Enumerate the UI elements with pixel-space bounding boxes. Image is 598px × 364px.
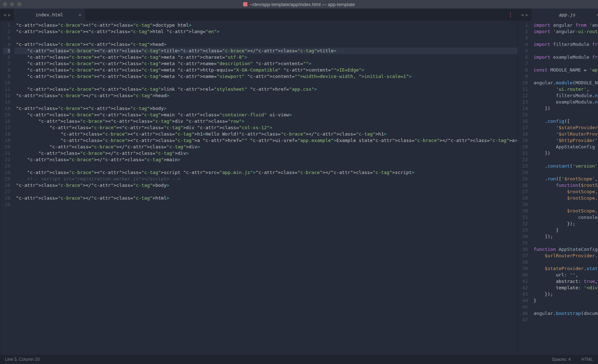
code-line[interactable]: "c-attr">class="c-brace"></"c-attr">clas… xyxy=(15,157,518,163)
code-line[interactable]: "c-attr">class="c-brace"><"c-attr">class… xyxy=(15,86,518,93)
code-line[interactable] xyxy=(532,240,598,246)
code-line[interactable]: template: '<div ui-view></div>' xyxy=(532,285,598,291)
nav-forward-icon[interactable]: ▶ xyxy=(8,12,11,17)
code-line[interactable] xyxy=(532,317,598,323)
code-line[interactable]: function($rootScope, $state, $stateParam… xyxy=(532,182,598,189)
status-spaces[interactable]: Spaces: 4 xyxy=(552,357,571,362)
status-cursor[interactable]: Line 5, Column 20 xyxy=(5,357,40,362)
editor-pane-1: ◀ ▶ index.html × ⋮ 123456789101112131415… xyxy=(0,9,518,355)
code-line[interactable]: "c-attr">class="c-brace"><"c-attr">class… xyxy=(15,60,518,67)
code-line[interactable]: .constant('version', require('../package… xyxy=(532,163,598,169)
code-line[interactable]: "c-attr">class="c-brace"><"c-attr">class… xyxy=(15,118,518,125)
code-line[interactable]: function AppStateConfig($stateProvider, … xyxy=(532,246,598,253)
code-line[interactable]: '$urlRouterProvider', xyxy=(532,131,598,137)
code-line[interactable]: console.log('failed to change routes', a… xyxy=(532,214,598,221)
status-language[interactable]: HTML xyxy=(581,357,593,362)
code-line[interactable] xyxy=(15,80,518,86)
code-line[interactable]: "c-attr">class="c-brace"></"c-attr">clas… xyxy=(15,182,518,189)
code-line[interactable] xyxy=(15,189,518,195)
code-line[interactable]: $rootScope.$state = $state; xyxy=(532,189,598,195)
code-line[interactable] xyxy=(532,169,598,176)
window-controls xyxy=(3,2,21,6)
code-line[interactable]: } xyxy=(532,227,598,233)
code-area-1[interactable]: 1234567891011121314151617181920212223242… xyxy=(0,21,518,355)
code-line[interactable]: angular.module(MODULE_NAME, [ xyxy=(532,80,598,86)
code-line[interactable] xyxy=(532,73,598,80)
code-line[interactable]: AppStateConfig xyxy=(532,144,598,150)
code-line[interactable] xyxy=(532,35,598,41)
tab-nav-2: ◀ ▶ xyxy=(518,9,531,21)
code-line[interactable]: $urlRouterProvider.otherwise(''); xyxy=(532,253,598,259)
code-line[interactable]: const MODULE_NAME = 'app'; xyxy=(532,67,598,73)
code-line[interactable] xyxy=(532,48,598,54)
code-line[interactable] xyxy=(532,112,598,118)
code-line[interactable]: }); xyxy=(532,291,598,297)
code-line[interactable]: } xyxy=(532,297,598,304)
code-line[interactable]: filtersModule.name, xyxy=(532,93,598,99)
code-line[interactable]: "c-attr">class="c-brace"><"c-attr">class… xyxy=(15,48,518,54)
code-2[interactable]: import angular from 'angular';import 'an… xyxy=(532,21,598,355)
code-line[interactable]: '$stateProvider', xyxy=(532,125,598,131)
code-line[interactable] xyxy=(15,201,518,208)
code-line[interactable]: "c-attr">class="c-brace"></"c-attr">clas… xyxy=(15,195,518,201)
nav-back-icon[interactable]: ◀ xyxy=(3,12,6,17)
code-line[interactable]: import exampleModule from './example'; xyxy=(532,54,598,60)
code-line[interactable]: 'ui.router', xyxy=(532,86,598,93)
code-line[interactable]: <!-- <script src="registration.worker.js… xyxy=(15,176,518,182)
code-line[interactable] xyxy=(532,304,598,310)
code-line[interactable]: $rootScope.$stateParams = $stateParams; xyxy=(532,195,598,201)
code-line[interactable]: ]); xyxy=(532,233,598,240)
code-line[interactable]: import angular from 'angular'; xyxy=(532,22,598,28)
close-icon[interactable]: × xyxy=(596,12,598,17)
code-line[interactable]: .config([ xyxy=(532,118,598,125)
code-line[interactable] xyxy=(532,157,598,163)
code-line[interactable] xyxy=(532,60,598,67)
code-line[interactable]: '$httpProvider', xyxy=(532,137,598,144)
pane-menu-icon[interactable]: ⋮ xyxy=(503,9,518,21)
code-line[interactable]: url: '', xyxy=(532,272,598,278)
minimize-window-icon[interactable] xyxy=(10,2,14,6)
code-line[interactable]: "c-attr">class="c-brace"><"c-attr">class… xyxy=(15,169,518,176)
tab-index-html[interactable]: index.html × xyxy=(14,9,85,21)
zoom-window-icon[interactable] xyxy=(17,2,21,6)
tab-nav-1: ◀ ▶ xyxy=(0,9,14,21)
code-line[interactable] xyxy=(15,163,518,169)
code-line[interactable]: import filtersModule from './common/filt… xyxy=(532,41,598,48)
code-line[interactable]: "c-attr">class="c-brace"><"c-attr">class… xyxy=(15,112,518,118)
code-line[interactable]: .run(['$rootScope', '$state', '$statePar… xyxy=(532,176,598,182)
code-line[interactable] xyxy=(532,201,598,208)
close-icon[interactable]: × xyxy=(79,12,82,17)
code-line[interactable] xyxy=(15,35,518,41)
code-line[interactable]: "c-attr">class="c-brace"></"c-attr">clas… xyxy=(15,150,518,157)
code-line[interactable]: "c-attr">class="c-brace"><"c-attr">class… xyxy=(15,73,518,80)
code-line[interactable]: "c-attr">class="c-brace"><"c-attr">class… xyxy=(15,54,518,60)
code-line[interactable]: "c-attr">class="c-brace"><"c-attr">class… xyxy=(15,28,518,35)
code-line[interactable]: "c-attr">class="c-brace"><"c-attr">class… xyxy=(15,137,518,144)
code-line[interactable]: "c-attr">class="c-brace"><"c-attr">class… xyxy=(15,67,518,73)
nav-forward-icon[interactable]: ▶ xyxy=(526,12,529,17)
code-line[interactable]: abstract: true, xyxy=(532,278,598,285)
gutter-1: 1234567891011121314151617181920212223242… xyxy=(0,21,15,355)
code-line[interactable]: "c-attr">class="c-brace"></"c-attr">clas… xyxy=(15,144,518,150)
code-line[interactable]: $stateProvider.state('app', { xyxy=(532,265,598,272)
code-line[interactable] xyxy=(532,259,598,265)
code-line[interactable]: }); xyxy=(532,221,598,227)
tab-app-js[interactable]: app.js × xyxy=(531,9,598,21)
nav-back-icon[interactable]: ◀ xyxy=(521,12,524,17)
code-1[interactable]: "c-attr">class="c-brace"><!"c-attr">clas… xyxy=(15,21,518,355)
code-line[interactable]: "c-attr">class="c-brace"><"c-attr">class… xyxy=(15,41,518,48)
code-line[interactable]: exampleModule.name xyxy=(532,99,598,105)
code-line[interactable]: ]) xyxy=(532,105,598,112)
close-window-icon[interactable] xyxy=(3,2,7,6)
code-line[interactable]: "c-attr">class="c-brace"></"c-attr">clas… xyxy=(15,93,518,99)
code-area-2[interactable]: 1234567891011121314151617181920212223242… xyxy=(518,21,598,355)
code-line[interactable]: angular.bootstrap(document.querySelector… xyxy=(532,310,598,317)
code-line[interactable]: "c-attr">class="c-brace"><"c-attr">class… xyxy=(15,105,518,112)
code-line[interactable]: ]) xyxy=(532,150,598,157)
code-line[interactable]: $rootScope.$on('$routeChangeError', func… xyxy=(532,208,598,214)
code-line[interactable]: "c-attr">class="c-brace"><"c-attr">class… xyxy=(15,125,518,131)
code-line[interactable]: "c-attr">class="c-brace"><"c-attr">class… xyxy=(15,131,518,137)
code-line[interactable] xyxy=(15,99,518,105)
code-line[interactable]: import 'angular-ui-router'; xyxy=(532,28,598,35)
code-line[interactable]: "c-attr">class="c-brace"><!"c-attr">clas… xyxy=(15,22,518,28)
